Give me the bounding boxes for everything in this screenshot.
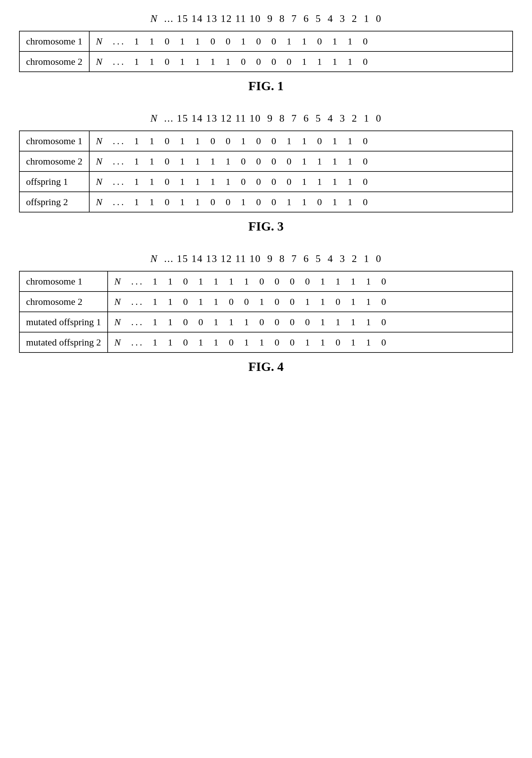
table-row: mutated offspring 2 N ... 1 1 0 1 1 0 1 …	[19, 332, 513, 353]
fig1-chrom1-data: N ... 1 1 0 1 1 0 0 1 0 0 1 1 0 1 1 0	[89, 31, 513, 52]
figure-4-section: N ... 15 14 13 12 11 10 9 8 7 6 5 4 3 2 …	[19, 253, 513, 374]
fig1-title: FIG. 1	[19, 79, 513, 93]
table-row: chromosome 1 N ... 1 1 0 1 1 0 0 1 0 0 1…	[19, 31, 513, 52]
table-row: chromosome 2 N ... 1 1 0 1 1 0 0 1 0 0 1…	[19, 292, 513, 312]
fig1-n-label: N	[150, 13, 158, 24]
fig3-offspring1-data: N ... 1 1 0 1 1 1 1 0 0 0 0 1 1 1 1 0	[89, 171, 513, 192]
fig4-mutated-offspring1-label: mutated offspring 1	[19, 312, 108, 332]
table-row: mutated offspring 1 N ... 1 1 0 0 1 1 1 …	[19, 312, 513, 332]
fig4-header: N ... 15 14 13 12 11 10 9 8 7 6 5 4 3 2 …	[19, 253, 513, 264]
fig1-header: N ... 15 14 13 12 11 10 9 8 7 6 5 4 3 2 …	[19, 13, 513, 24]
table-row: offspring 2 N ... 1 1 0 1 1 0 0 1 0 0 1 …	[19, 192, 513, 212]
fig3-chrom1-label: chromosome 1	[19, 131, 89, 151]
fig3-table: chromosome 1 N ... 1 1 0 1 1 0 0 1 0 0 1…	[19, 130, 513, 212]
fig3-chrom1-data: N ... 1 1 0 1 1 0 0 1 0 0 1 1 0 1 1 0	[89, 131, 513, 151]
table-row: chromosome 2 N ... 1 1 0 1 1 1 1 0 0 0 0…	[19, 52, 513, 72]
table-row: chromosome 1 N ... 1 1 0 1 1 1 1 0 0 0 0…	[19, 271, 513, 292]
fig4-chrom1-data: N ... 1 1 0 1 1 1 1 0 0 0 0 1 1 1 1 0	[108, 271, 513, 292]
fig1-chrom1-label: chromosome 1	[19, 31, 89, 52]
table-row: chromosome 2 N ... 1 1 0 1 1 1 1 0 0 0 0…	[19, 151, 513, 171]
fig1-table: chromosome 1 N ... 1 1 0 1 1 0 0 1 0 0 1…	[19, 31, 513, 72]
figure-3-section: N ... 15 14 13 12 11 10 9 8 7 6 5 4 3 2 …	[19, 113, 513, 234]
table-row: offspring 1 N ... 1 1 0 1 1 1 1 0 0 0 0 …	[19, 171, 513, 192]
fig4-table: chromosome 1 N ... 1 1 0 1 1 1 1 0 0 0 0…	[19, 271, 513, 353]
fig1-chrom2-label: chromosome 2	[19, 52, 89, 72]
figure-1-section: N ... 15 14 13 12 11 10 9 8 7 6 5 4 3 2 …	[19, 13, 513, 93]
fig4-chrom2-label: chromosome 2	[19, 292, 108, 312]
fig4-title: FIG. 4	[19, 359, 513, 374]
fig3-chrom2-data: N ... 1 1 0 1 1 1 1 0 0 0 0 1 1 1 1 0	[89, 151, 513, 171]
fig3-offspring2-label: offspring 2	[19, 192, 89, 212]
fig4-chrom2-data: N ... 1 1 0 1 1 0 0 1 0 0 1 1 0 1 1 0	[108, 292, 513, 312]
fig4-mutated-offspring1-data: N ... 1 1 0 0 1 1 1 0 0 0 0 1 1 1 1 0	[108, 312, 513, 332]
fig4-chrom1-label: chromosome 1	[19, 271, 108, 292]
table-row: chromosome 1 N ... 1 1 0 1 1 0 0 1 0 0 1…	[19, 131, 513, 151]
fig1-chrom2-data: N ... 1 1 0 1 1 1 1 0 0 0 0 1 1 1 1 0	[89, 52, 513, 72]
fig3-title: FIG. 3	[19, 219, 513, 234]
fig3-offspring2-data: N ... 1 1 0 1 1 0 0 1 0 0 1 1 0 1 1 0	[89, 192, 513, 212]
fig3-chrom2-label: chromosome 2	[19, 151, 89, 171]
fig4-mutated-offspring2-data: N ... 1 1 0 1 1 0 1 1 0 0 1 1 0 1 1 0	[108, 332, 513, 353]
fig3-header: N ... 15 14 13 12 11 10 9 8 7 6 5 4 3 2 …	[19, 113, 513, 124]
fig3-offspring1-label: offspring 1	[19, 171, 89, 192]
fig4-mutated-offspring2-label: mutated offspring 2	[19, 332, 108, 353]
